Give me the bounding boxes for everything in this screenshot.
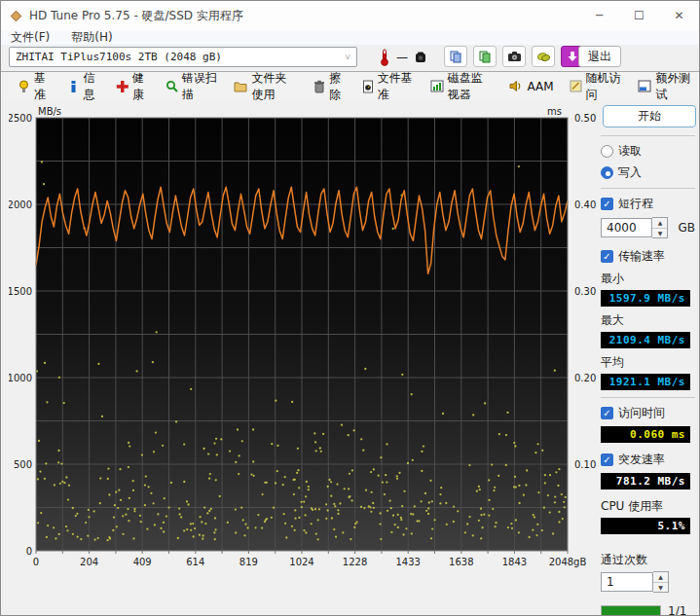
x-axis-tick-label: 1638 [449,557,473,567]
save-button[interactable] [532,46,555,67]
tab-label: 基准 [34,70,52,103]
benchmark-chart: MB/sms250020001500100050000.500.400.300.… [9,105,605,568]
x-axis-tick-label: 1228 [343,557,367,567]
tab-erase[interactable]: 擦除 [307,66,353,107]
menu-help[interactable]: 帮助(H) [71,29,112,46]
divider [601,188,695,189]
tab-label: 健康 [132,70,150,103]
left-axis-tick-label: 1500 [9,286,32,297]
tab-label: 文件基准 [378,70,415,103]
burst-rate-value: 781.2 MB/s [601,473,690,489]
pass-count-stepper: 1 ▲ ▼ [601,571,695,593]
read-radio-label: 读取 [618,143,642,160]
menu-file[interactable]: 文件(F) [11,29,50,46]
left-axis-tick-label: 2500 [9,113,32,124]
tab-info[interactable]: 信息 [60,66,108,107]
copy-text-button[interactable] [444,46,467,67]
maximize-button[interactable]: ☐ [619,1,659,30]
write-mode-option[interactable]: 写入 [601,164,695,181]
tab-bar: 基准信息健康错误扫描文件夹使用擦除文件基准磁盘监视器AAM随机访问额外测试 [1,71,699,100]
exit-button[interactable]: 退出 [578,46,621,67]
x-axis-tick-label: 409 [133,557,152,567]
transfer-rate-option[interactable]: 传输速率 [601,248,695,265]
drive-selector[interactable]: ZHITAI TiPlus7100s 2TB (2048 gB) ˅ [9,47,357,67]
progress-fill [602,606,660,616]
progress-label: 1/1 [668,604,686,616]
x-axis-tick-label: 2048gB [549,557,587,567]
sidebar-panel: 开始 读取 写入 短行程 4000 ▲ ▼ GB 传输速率 最小 15 [597,101,697,616]
tab-label: AAM [527,80,553,93]
tab-aam[interactable]: AAM [502,76,560,97]
grid-lines [36,118,568,551]
burst-rate-label: 突发速率 [618,452,665,468]
tab-folder-usage[interactable]: 文件夹使用 [227,66,305,107]
left-axis-unit-label: MB/s [38,106,61,117]
menu-bar: 文件(F) 帮助(H) [1,30,699,46]
tab-health[interactable]: 健康 [109,66,157,107]
extra-icon [638,80,651,92]
download-arrow-icon [566,50,579,63]
x-axis-tick-label: 1024 [289,557,313,567]
divider [601,135,695,136]
max-label: 最大 [601,312,695,329]
write-radio[interactable] [601,166,613,179]
screenshot-button[interactable] [502,46,526,67]
copy-image-button[interactable] [473,46,497,67]
tab-label: 信息 [84,70,101,103]
tab-label: 错误扫描 [182,70,219,103]
stepper-down-button[interactable]: ▼ [652,228,667,237]
right-axis-tick-label: 0.30 [574,286,596,297]
tab-error-scan[interactable]: 错误扫描 [159,66,226,107]
transfer-rate-checkbox[interactable] [601,250,613,263]
capacity-stepper: 4000 ▲ ▼ GB [601,217,695,238]
random-icon [570,80,582,92]
start-button[interactable]: 开始 [603,105,696,127]
right-axis-tick-label: 0.40 [574,199,596,210]
transfer-rate-label: 传输速率 [618,248,665,265]
access-time-checkbox[interactable] [601,407,613,419]
stepper-down-button[interactable]: ▼ [653,582,668,592]
x-axis-tick-label: 614 [186,557,204,567]
burst-rate-checkbox[interactable] [601,453,613,466]
tab-label: 磁盘监视器 [448,70,495,103]
burst-rate-option[interactable]: 突发速率 [601,452,695,468]
min-value: 1597.9 MB/s [601,290,690,307]
stepper-up-button[interactable]: ▲ [653,572,668,582]
copy-image-icon [478,50,492,63]
read-radio[interactable] [601,145,613,158]
access-time-option[interactable]: 访问时间 [601,405,695,421]
close-button[interactable]: ✕ [659,1,699,30]
progress-row: 1/1 [601,604,695,616]
short-stroke-option[interactable]: 短行程 [601,196,695,212]
left-axis-tick-label: 1000 [9,373,32,383]
tab-disk-monitor[interactable]: 磁盘监视器 [424,66,501,107]
pass-count-label: 通过次数 [601,552,695,568]
right-axis-tick-label: 0.50 [574,113,596,124]
cpu-usage-value: 5.1% [601,518,690,534]
x-axis-tick-label: 1433 [395,557,420,567]
x-tick-marks [36,551,568,554]
access-time-label: 访问时间 [618,405,665,421]
stepper-up-button[interactable]: ▲ [652,218,667,228]
tab-file-benchmark[interactable]: 文件基准 [355,66,422,107]
bulb-icon [18,80,30,93]
tab-label: 额外测试 [655,70,692,103]
minimize-button[interactable]: ─ [579,1,619,30]
save-icon [536,51,551,62]
short-stroke-checkbox[interactable] [601,198,613,210]
write-radio-label: 写入 [618,164,642,181]
title-bar: HD Tune Pro 5.75 - 硬盘/SSD 实用程序 ─ ☐ ✕ [1,1,699,30]
right-axis-unit-label: ms [547,106,562,117]
avg-value: 1921.1 MB/s [601,374,690,390]
tab-benchmark[interactable]: 基准 [11,66,58,107]
info-icon [67,80,80,93]
capacity-unit-label: GB [678,221,695,235]
short-stroke-label: 短行程 [618,196,653,212]
read-mode-option[interactable]: 读取 [601,143,695,160]
pass-count-input[interactable]: 1 [601,572,653,592]
x-axis-tick-label: 0 [33,557,39,567]
copy-icon [449,50,462,63]
capacity-input[interactable]: 4000 [601,218,652,237]
tab-label: 擦除 [329,70,347,103]
left-axis-tick-label: 0 [26,546,32,557]
